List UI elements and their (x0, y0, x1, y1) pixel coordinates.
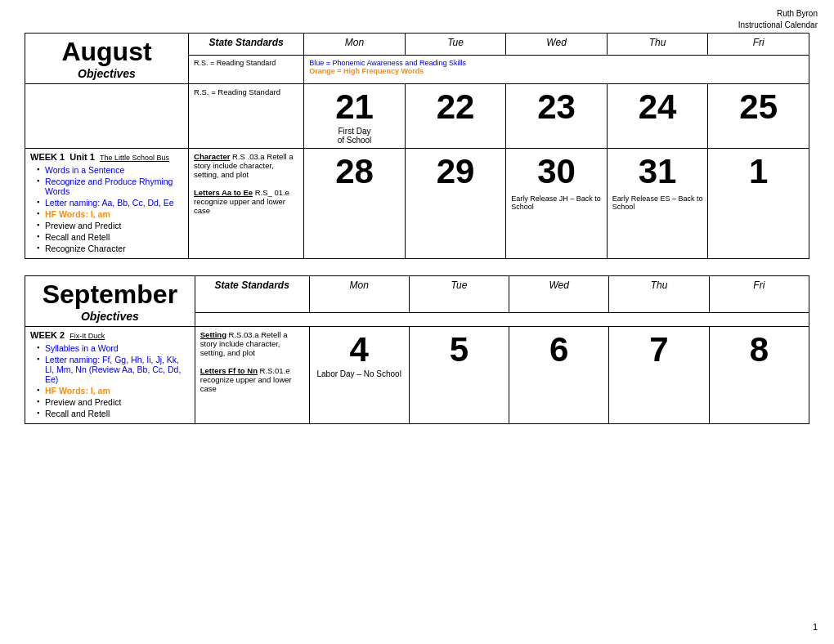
std-letters2-title: Letters Ff to Nn (200, 366, 258, 375)
aug-day-25: 25 (708, 84, 809, 149)
blue-legend: Blue = Phonemic Awareness and Reading Sk… (309, 59, 466, 67)
aug-note-31: Early Release ES – Back to School (612, 195, 703, 211)
bullet-text-letters2: Letter naming: Ff, Gg, Hh, Ii, Jj, Kk, L… (45, 355, 181, 384)
bullet-text-character: Recognize Character (45, 244, 126, 253)
doc-header: Ruth Byron Instructional Calendar (738, 8, 818, 31)
bullet-text-preview2: Preview and Predict (45, 397, 121, 407)
bullet-letter-naming: Letter naming: Aa, Bb, Cc, Dd, Ee (37, 198, 183, 208)
aug-day-31: 31 Early Release ES – Back to School (607, 149, 708, 259)
bullet-text-recall2: Recall and Retell (45, 409, 110, 418)
sep-day-4: 4 Labor Day – No School (309, 327, 409, 424)
std-character-title: Character (194, 152, 230, 161)
aug-date-1: 1 (713, 152, 804, 191)
aug-date-23: 23 (511, 87, 602, 127)
aug-date-25: 25 (713, 87, 804, 127)
std-letters-title: Letters Aa to Ee (194, 188, 253, 197)
week1-bullet-list: Words in a Sentence Recognize and Produc… (30, 165, 183, 253)
orange-legend: Orange = High Frequency Words (309, 67, 424, 75)
sep-date-8: 8 (715, 330, 804, 369)
aug-day-29: 29 (405, 149, 506, 259)
sep-day-6: 6 (509, 327, 609, 424)
bullet-text-rhyming: Recognize and Produce Rhyming Words (45, 177, 173, 196)
sep-day-7: 7 (609, 327, 709, 424)
sep-legend-spacer (195, 312, 809, 326)
aug-date-31: 31 (612, 152, 703, 191)
sep-date-5: 5 (415, 330, 504, 369)
bullet-rhyming: Recognize and Produce Rhyming Words (37, 177, 183, 196)
sep-wed-header: Wed (509, 276, 609, 313)
bullet-hf-words: HF Words: I, am (37, 209, 183, 219)
august-calendar: August Objectives State Standards Mon Tu… (25, 33, 809, 259)
sep-date-6: 6 (514, 330, 603, 369)
bullet-recall: Recall and Retell (37, 232, 183, 242)
september-objectives: Objectives (30, 310, 190, 323)
aug-mon-header: Mon (304, 34, 406, 56)
september-state-std: State Standards (195, 276, 309, 313)
bullet-recall2: Recall and Retell (37, 409, 190, 418)
bullet-words-sentence: Words in a Sentence (37, 165, 183, 175)
page-number: 1 (813, 622, 818, 632)
bullet-syllables: Syllables in a Word (37, 343, 190, 353)
sep-mon-header: Mon (309, 276, 409, 313)
aug-note-21: First Dayof School (309, 127, 400, 145)
sep-day-5: 5 (409, 327, 509, 424)
aug-day-1: 1 (708, 149, 809, 259)
aug-fri-header: Fri (708, 34, 809, 56)
bullet-character: Recognize Character (37, 244, 183, 253)
aug-date-29: 29 (410, 152, 501, 191)
bullet-text-words-sentence: Words in a Sentence (45, 165, 124, 175)
aug-day-21: 21 First Dayof School (304, 84, 406, 149)
aug-thu-header: Thu (607, 34, 708, 56)
sep-thu-header: Thu (609, 276, 709, 313)
aug-legend-colors: Blue = Phonemic Awareness and Reading Sk… (304, 56, 809, 84)
aug-date-22: 22 (410, 87, 501, 127)
sep-date-4: 4 (315, 330, 404, 369)
aug-wed-header: Wed (506, 34, 608, 56)
bullet-text-recall: Recall and Retell (45, 232, 110, 242)
aug-note-30: Early Release JH – Back to School (511, 195, 602, 211)
bullet-text-hf2: HF Words: I, am (45, 386, 110, 396)
august-title: August (30, 37, 183, 67)
september-title: September (30, 280, 190, 310)
bullet-text-letters: Letter naming: Aa, Bb, Cc, Dd, Ee (45, 198, 174, 208)
aug-week1-std: Character R.S .03.a Retell a story inclu… (189, 149, 304, 259)
sep-week2-std: Setting R.S.03.a Retell a story include … (195, 327, 309, 424)
sep-fri-header: Fri (709, 276, 809, 313)
bullet-letter-naming2: Letter naming: Ff, Gg, Hh, Ii, Jj, Kk, L… (37, 355, 190, 384)
aug-date-30: 30 (511, 152, 602, 191)
aug-week1-objectives: WEEK 1 Unit 1 The Little School Bus Word… (25, 149, 189, 259)
aug-day-24: 24 (607, 84, 708, 149)
unit1-sub: The Little School Bus (100, 154, 169, 162)
week1-label: WEEK 1 (30, 152, 65, 162)
sep-note-4: Labor Day – No School (315, 369, 404, 378)
august-state-std: State Standards (189, 34, 304, 56)
aug-date-21: 21 (309, 87, 400, 127)
rs-legend-text: R.S. = Reading Standard (194, 59, 276, 67)
aug-date-28: 28 (309, 152, 400, 191)
week2-label: WEEK 2 (30, 330, 65, 340)
bullet-text-preview: Preview and Predict (45, 221, 121, 230)
aug-day-28: 28 (304, 149, 406, 259)
aug-week1-label: WEEK 1 Unit 1 The Little School Bus (30, 152, 183, 162)
aug-legend-rs: R.S. = Reading Standard (189, 56, 304, 84)
bullet-hf-words2: HF Words: I, am (37, 386, 190, 396)
aug-day-30: 30 Early Release JH – Back to School (506, 149, 608, 259)
doc-type: Instructional Calendar (738, 20, 818, 31)
bullet-text-hf: HF Words: I, am (45, 209, 110, 219)
aug-rs-reading: R.S. = Reading Standard (194, 87, 280, 96)
week2-bullet-list: Syllables in a Word Letter naming: Ff, G… (30, 343, 190, 418)
september-calendar: September Objectives State Standards Mon… (25, 275, 809, 424)
sep-week2-objectives: WEEK 2 Fix-It Duck Syllables in a Word L… (25, 327, 195, 424)
august-objectives: Objectives (30, 67, 183, 80)
august-month-cell: August Objectives (25, 34, 189, 84)
bullet-text-syllables: Syllables in a Word (45, 343, 119, 353)
unit1-label: Unit 1 (70, 152, 95, 162)
aug-tue-header: Tue (405, 34, 506, 56)
aug-week0-std: R.S. = Reading Standard (189, 84, 304, 149)
aug-date-24: 24 (612, 87, 703, 127)
bullet-preview2: Preview and Predict (37, 397, 190, 407)
sep-tue-header: Tue (409, 276, 509, 313)
std-setting-title: Setting (200, 330, 226, 339)
sep-week2-label: WEEK 2 Fix-It Duck (30, 330, 190, 340)
aug-week0-objectives (25, 84, 189, 149)
